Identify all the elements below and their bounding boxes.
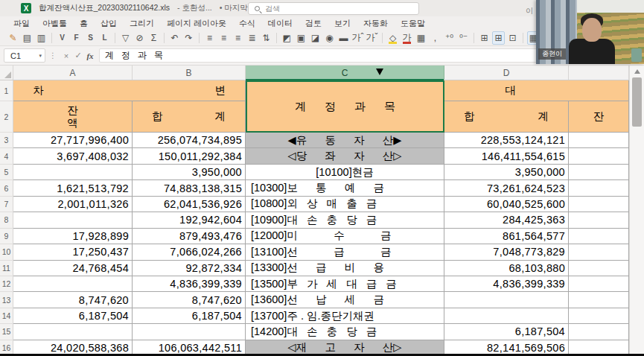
filter-icon[interactable]: ▽ (119, 31, 132, 45)
cell-E8[interactable] (569, 212, 629, 228)
cell-A5[interactable] (13, 165, 133, 180)
cell-D11[interactable]: 68,103,880 (444, 261, 569, 276)
row-header-1[interactable]: 1 (0, 80, 13, 101)
cancel-icon[interactable]: × (60, 51, 72, 60)
shade-corner-icon[interactable]: ◪ (309, 31, 322, 45)
row-header-5[interactable]: 5 (0, 165, 13, 180)
row-header-11[interactable]: 11 (0, 261, 13, 276)
font-increase-icon[interactable]: 가ˆ (351, 31, 364, 45)
row-header-7[interactable]: 7 (0, 197, 13, 212)
brackets-icon[interactable]: ▣ (295, 31, 307, 45)
cell-C7[interactable]: [10800]외 상 매 출 금 (246, 197, 444, 212)
outer-border-icon[interactable]: ⊡ (506, 31, 519, 45)
cell-B13[interactable]: 8,747,620 (133, 292, 246, 308)
cell-C6[interactable]: [10300]보 통 예 금 (246, 180, 444, 196)
clear-filter-icon[interactable]: ⊘ (133, 31, 146, 45)
menu-item-7[interactable]: 수식 (239, 18, 255, 29)
circle-8-icon[interactable]: ◉ (323, 31, 336, 45)
name-box-chevron-icon[interactable]: ▾ (39, 53, 42, 59)
letter-l-button[interactable]: L (98, 31, 111, 45)
undo-icon[interactable]: ↶ (168, 31, 181, 45)
cell-A10[interactable]: 17,250,437 (13, 244, 133, 260)
cell-C5[interactable]: [10100]현금 (246, 165, 444, 180)
sort-icon[interactable]: ⇅ (260, 31, 272, 45)
insert-function-icon[interactable]: fx (84, 51, 96, 60)
menu-item-4[interactable]: 삽입 (101, 18, 117, 29)
cell-B5[interactable]: 3,950,000 (133, 165, 246, 180)
cell-credit-total-title[interactable]: 합 계 (444, 101, 569, 133)
cell-D8[interactable]: 284,425,363 (444, 212, 569, 228)
menu-item-10[interactable]: 보기 (334, 18, 351, 29)
comma-style-icon[interactable]: , (429, 31, 441, 45)
menu-item-3[interactable]: 홈 (80, 18, 88, 29)
shade-half-icon[interactable]: ◩ (281, 31, 293, 45)
cell-B11[interactable]: 92,872,334 (133, 261, 246, 276)
cell-B6[interactable]: 74,883,138,315 (133, 180, 246, 196)
cell-D5[interactable]: 3,950,000 (444, 165, 569, 180)
vertical-scrollbar[interactable] (629, 66, 644, 356)
cell-E11[interactable] (569, 261, 629, 276)
search-input[interactable]: 검색 (248, 2, 419, 15)
letter-s-button[interactable]: S (84, 31, 97, 45)
cell-E14[interactable] (569, 308, 629, 324)
cell-E7[interactable] (569, 197, 629, 212)
justify-icon[interactable]: ≣ (246, 31, 258, 45)
align-right-icon[interactable]: ≡ (232, 31, 244, 45)
cell-A12[interactable] (13, 276, 133, 292)
cell-E3[interactable] (569, 133, 629, 148)
cell-total-title[interactable]: 합 계 (133, 101, 246, 133)
menu-item-2[interactable]: 아벨툴 (42, 18, 67, 29)
format-painter-icon[interactable]: ✎ (7, 31, 19, 45)
scroll-up-icon[interactable] (634, 69, 640, 74)
cell-C10[interactable]: [13100]선 급 금 (246, 244, 444, 260)
all-borders-icon[interactable]: ⊞ (492, 31, 505, 45)
cell-A4[interactable]: 3,697,408,032 (13, 148, 133, 164)
cell-C8[interactable]: [10900]대 손 충 당 금 (246, 212, 444, 228)
cell-C14[interactable]: [13700]주 . 임.종단기채권 (246, 308, 444, 324)
cell-C12[interactable]: [13500]부 가 세 대 급 금 (246, 276, 444, 292)
cell-B7[interactable]: 62,041,536,926 (133, 197, 246, 212)
column-header-D[interactable]: D (444, 66, 569, 80)
cell-D15[interactable]: 6,187,504 (444, 324, 569, 340)
cell-B9[interactable]: 879,493,476 (133, 229, 246, 244)
cell-C4[interactable]: ◁당 좌 자 산▷ (246, 148, 444, 164)
border-grid-icon[interactable]: ⊞ (478, 31, 491, 45)
menu-item-8[interactable]: 데이터 (268, 18, 293, 29)
menu-item-11[interactable]: 자동화 (363, 18, 388, 29)
cell-C9[interactable]: [12000]미 수 금 (246, 229, 444, 244)
paste-icon[interactable]: ▤ (21, 31, 34, 45)
cell-D12[interactable]: 4,836,399,339 (444, 276, 569, 292)
cell-A14[interactable]: 6,187,504 (13, 308, 133, 324)
enter-icon[interactable]: ✓ (72, 51, 84, 60)
cell-B3[interactable]: 256,074,734,895 (133, 133, 246, 148)
cell-E13[interactable] (569, 292, 629, 308)
row-header-14[interactable]: 14 (0, 308, 13, 324)
conditional-format-icon[interactable]: ▦ (415, 31, 427, 45)
cell-D6[interactable]: 73,261,624,523 (444, 180, 569, 196)
cell-E5[interactable] (569, 165, 629, 180)
letter-v-button[interactable]: V (56, 31, 68, 45)
name-box[interactable]: C1 ▾ (4, 48, 45, 63)
row-header-10[interactable]: 10 (0, 244, 13, 260)
align-center-icon[interactable]: ≡ (217, 31, 230, 45)
paste-special-icon[interactable]: ▥ (35, 31, 48, 45)
cell-B4[interactable]: 150,011,292,384 (133, 148, 246, 164)
cell-D13[interactable] (444, 292, 569, 308)
cell-credit-title[interactable]: 대 (444, 80, 629, 101)
redo-icon[interactable]: ↷ (182, 31, 195, 45)
selected-cell-account-title[interactable]: 계 정 과 목 (246, 80, 444, 133)
select-all-corner[interactable] (0, 66, 13, 80)
cell-D10[interactable]: 7,048,773,829 (444, 244, 569, 260)
cell-E10[interactable] (569, 244, 629, 260)
cell-B8[interactable]: 192,942,604 (133, 212, 246, 228)
row-header-4[interactable]: 4 (0, 148, 13, 164)
cell-D14[interactable] (444, 308, 569, 324)
cell-E9[interactable] (569, 229, 629, 244)
letter-f-button[interactable]: F (70, 31, 83, 45)
cell-C15[interactable]: [14200]대 손 충 당 금 (246, 324, 444, 340)
cell-B15[interactable] (133, 324, 246, 340)
font-decrease-icon[interactable]: 가ˇ (366, 31, 378, 45)
row-header-3[interactable]: 3 (0, 133, 13, 148)
cell-B14[interactable]: 6,187,504 (133, 308, 246, 324)
column-header-partial[interactable] (569, 66, 629, 80)
